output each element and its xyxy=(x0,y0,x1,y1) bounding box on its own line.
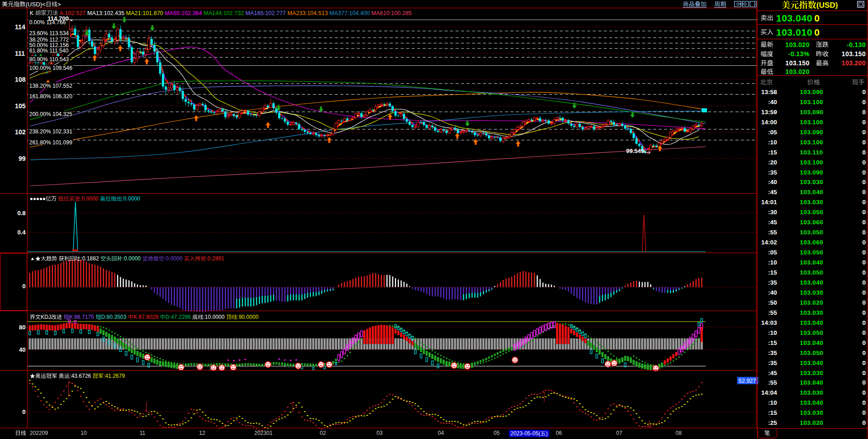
svg-text:(USD): (USD) xyxy=(816,1,838,10)
svg-text:10: 10 xyxy=(80,430,87,436)
svg-text:0: 0 xyxy=(863,379,866,386)
svg-text:14:02: 14:02 xyxy=(761,239,777,246)
svg-text:103.040: 103.040 xyxy=(800,189,823,196)
svg-text:0: 0 xyxy=(863,169,866,176)
svg-text:0: 0 xyxy=(22,408,26,415)
svg-text::0.2891: :0.2891 xyxy=(206,255,224,262)
svg-text:0: 0 xyxy=(814,13,820,23)
svg-text:0: 0 xyxy=(814,27,820,37)
svg-text:03: 03 xyxy=(376,430,383,436)
svg-text:13:58: 13:58 xyxy=(761,89,777,95)
svg-text:0: 0 xyxy=(863,199,866,206)
svg-text:0: 0 xyxy=(863,409,866,416)
svg-text:02: 02 xyxy=(320,430,326,436)
svg-text:0: 0 xyxy=(863,119,866,126)
svg-text:103.090: 103.090 xyxy=(800,89,823,95)
svg-text:K:67.6029: K:67.6029 xyxy=(134,314,159,320)
svg-text::20: :20 xyxy=(768,159,777,166)
svg-text:0: 0 xyxy=(22,283,26,290)
svg-text:23.60% 113.534: 23.60% 113.534 xyxy=(29,30,69,37)
svg-text:K: K xyxy=(30,10,34,16)
svg-text::05: :05 xyxy=(768,249,777,256)
svg-text:103.030: 103.030 xyxy=(800,370,823,376)
svg-text:103.100: 103.100 xyxy=(800,159,823,166)
svg-text::10: :10 xyxy=(768,329,777,336)
svg-text:103.010: 103.010 xyxy=(776,27,812,37)
svg-text:MA144:102.732: MA144:102.732 xyxy=(204,10,244,16)
svg-text:0: 0 xyxy=(863,229,866,236)
svg-text:0: 0 xyxy=(863,139,866,146)
svg-text:A:102.527: A:102.527 xyxy=(59,10,86,16)
svg-text:200.00% 104.325: 200.00% 104.325 xyxy=(29,111,72,117)
svg-text:0: 0 xyxy=(863,360,866,366)
svg-text::35: :35 xyxy=(768,360,777,366)
svg-text:108: 108 xyxy=(15,76,26,83)
svg-text::43.6726: :43.6726 xyxy=(70,373,91,379)
svg-text:0: 0 xyxy=(863,99,866,106)
svg-text:D:47.2296: D:47.2296 xyxy=(166,314,191,320)
svg-text:0: 0 xyxy=(863,279,866,286)
svg-text:2023-05-05(: 2023-05-05( xyxy=(510,430,540,437)
svg-text:0: 0 xyxy=(863,339,866,346)
svg-text:MA233:104.513: MA233:104.513 xyxy=(288,10,328,16)
svg-text::40: :40 xyxy=(768,289,777,296)
svg-text::10: :10 xyxy=(768,399,777,406)
svg-text:12: 12 xyxy=(199,430,205,436)
svg-text:0: 0 xyxy=(863,109,866,116)
svg-text::40: :40 xyxy=(768,99,777,106)
svg-text::45: :45 xyxy=(768,370,777,376)
svg-text:0: 0 xyxy=(863,399,866,406)
svg-text:): ) xyxy=(546,430,547,437)
svg-text:103.050: 103.050 xyxy=(800,229,823,236)
svg-text:MA55:102.364: MA55:102.364 xyxy=(165,10,202,16)
svg-text:103.060: 103.060 xyxy=(800,239,823,246)
svg-text:103.040: 103.040 xyxy=(800,379,823,386)
svg-text::10.0000: :10.0000 xyxy=(204,314,225,320)
svg-text::0.0000: :0.0000 xyxy=(123,255,141,262)
svg-text::15: :15 xyxy=(768,339,777,346)
svg-text::35: :35 xyxy=(768,169,777,176)
svg-text:-0.13%: -0.13% xyxy=(788,50,809,58)
svg-text:103.020: 103.020 xyxy=(785,41,809,48)
svg-text:103.050: 103.050 xyxy=(800,349,823,356)
svg-text:0: 0 xyxy=(863,370,866,376)
svg-text:0: 0 xyxy=(863,189,866,196)
svg-text:0: 0 xyxy=(863,239,866,246)
svg-text:K:86.7175: K:86.7175 xyxy=(69,314,94,320)
svg-text:80.90% 110.543: 80.90% 110.543 xyxy=(29,56,69,63)
svg-text:103.090: 103.090 xyxy=(800,129,823,136)
svg-text:61.80% 111.540: 61.80% 111.540 xyxy=(29,48,69,54)
svg-text::0.0000: :0.0000 xyxy=(122,196,140,202)
svg-text:14:01: 14:01 xyxy=(761,199,777,206)
svg-text:0: 0 xyxy=(863,419,866,426)
svg-text:103.110: 103.110 xyxy=(800,149,823,156)
svg-text:103.030: 103.030 xyxy=(800,199,823,206)
svg-text::05: :05 xyxy=(768,129,777,136)
svg-text:>: > xyxy=(58,1,61,8)
svg-text:103.020: 103.020 xyxy=(800,419,823,426)
svg-text::30: :30 xyxy=(768,209,777,216)
svg-text:13:59: 13:59 xyxy=(761,109,777,116)
svg-text:103.050: 103.050 xyxy=(800,249,823,256)
svg-text:(USD)<: (USD)< xyxy=(26,1,46,8)
svg-text:103.150: 103.150 xyxy=(785,59,809,67)
svg-text:103.030: 103.030 xyxy=(800,389,823,396)
svg-text::50: :50 xyxy=(768,299,777,306)
svg-text:MA13:102.435: MA13:102.435 xyxy=(87,10,124,16)
svg-text:0.8: 0.8 xyxy=(17,210,26,217)
svg-text:103.100: 103.100 xyxy=(800,119,823,126)
svg-text:14:00: 14:00 xyxy=(761,119,777,126)
svg-text::0.0000: :0.0000 xyxy=(80,196,98,202)
svg-text:161.80% 106.320: 161.80% 106.320 xyxy=(29,93,72,100)
svg-text:103.090: 103.090 xyxy=(800,169,823,176)
svg-text:0: 0 xyxy=(863,209,866,216)
svg-text:138.20% 107.552: 138.20% 107.552 xyxy=(29,83,72,89)
svg-text:103.030: 103.030 xyxy=(800,309,823,316)
svg-text:D:80.3503: D:80.3503 xyxy=(101,314,127,320)
svg-text:07: 07 xyxy=(616,430,622,436)
svg-text:14:04: 14:04 xyxy=(761,389,777,396)
svg-text:0: 0 xyxy=(863,329,866,336)
svg-text::41.2679: :41.2679 xyxy=(103,373,125,379)
svg-text::40: :40 xyxy=(768,179,777,185)
svg-text:103.100: 103.100 xyxy=(800,99,823,106)
